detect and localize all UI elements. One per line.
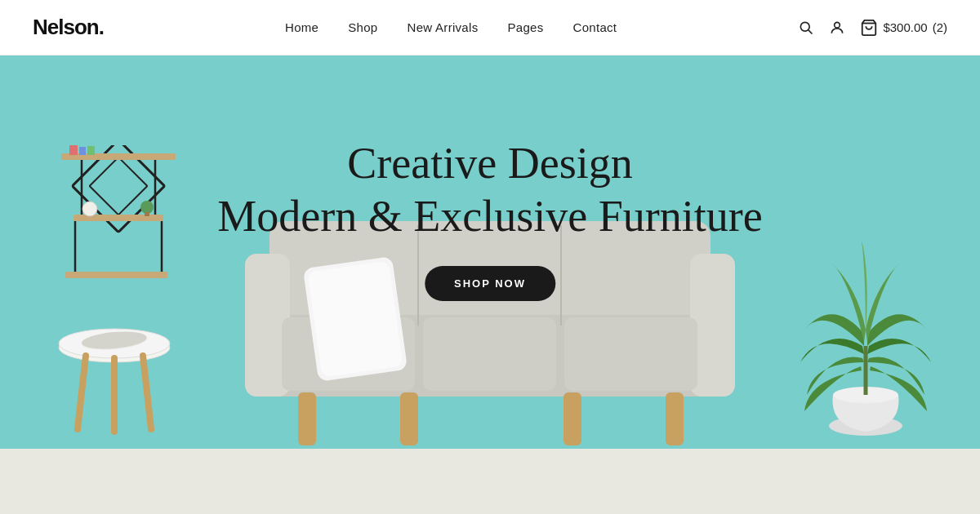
- svg-rect-14: [79, 147, 86, 155]
- header-actions: $300.00(2): [798, 19, 947, 37]
- svg-rect-15: [87, 146, 95, 155]
- svg-point-16: [140, 201, 154, 214]
- logo: Nelson.: [33, 15, 104, 40]
- svg-line-24: [143, 356, 151, 429]
- svg-point-0: [801, 22, 810, 31]
- svg-rect-8: [65, 272, 167, 278]
- svg-rect-31: [423, 317, 556, 391]
- svg-point-18: [82, 202, 97, 216]
- svg-rect-32: [564, 317, 697, 391]
- svg-point-2: [835, 22, 840, 28]
- shop-now-button[interactable]: SHOP NOW: [425, 266, 555, 301]
- svg-rect-38: [400, 392, 418, 445]
- svg-rect-40: [666, 392, 684, 445]
- hero-headline: Creative Design Modern & Exclusive Furni…: [217, 137, 762, 243]
- cart-button[interactable]: $300.00(2): [860, 19, 947, 37]
- nav-contact[interactable]: Contact: [573, 20, 617, 34]
- user-icon: [829, 20, 845, 36]
- plant: [800, 199, 931, 455]
- side-table-svg: [49, 303, 180, 450]
- plant-svg: [800, 199, 931, 452]
- svg-rect-6: [61, 153, 176, 160]
- cart-icon: [860, 19, 878, 37]
- nav-pages[interactable]: Pages: [507, 20, 543, 34]
- shelf-svg: [41, 145, 188, 308]
- hero-text: Creative Design Modern & Exclusive Furni…: [217, 137, 762, 301]
- cart-count: (2): [933, 20, 947, 34]
- main-nav: Home Shop New Arrivals Pages Contact: [285, 20, 617, 34]
- account-button[interactable]: [829, 20, 845, 36]
- cart-price: $300.00: [883, 20, 927, 34]
- svg-rect-17: [145, 212, 149, 216]
- svg-line-23: [78, 356, 86, 429]
- search-button[interactable]: [798, 20, 814, 36]
- svg-rect-37: [298, 392, 316, 445]
- side-table: [49, 303, 180, 453]
- svg-rect-13: [69, 145, 78, 155]
- header: Nelson. Home Shop New Arrivals Pages Con…: [0, 0, 980, 55]
- wall-shelf: [41, 145, 188, 312]
- nav-shop[interactable]: Shop: [348, 20, 377, 34]
- nav-home[interactable]: Home: [285, 20, 318, 34]
- hero-section: Creative Design Modern & Exclusive Furni…: [0, 55, 980, 514]
- svg-rect-5: [90, 157, 148, 215]
- search-icon: [798, 20, 814, 36]
- svg-rect-39: [564, 392, 581, 445]
- nav-new-arrivals[interactable]: New Arrivals: [408, 20, 479, 34]
- floor: [0, 449, 980, 514]
- svg-line-1: [808, 29, 813, 33]
